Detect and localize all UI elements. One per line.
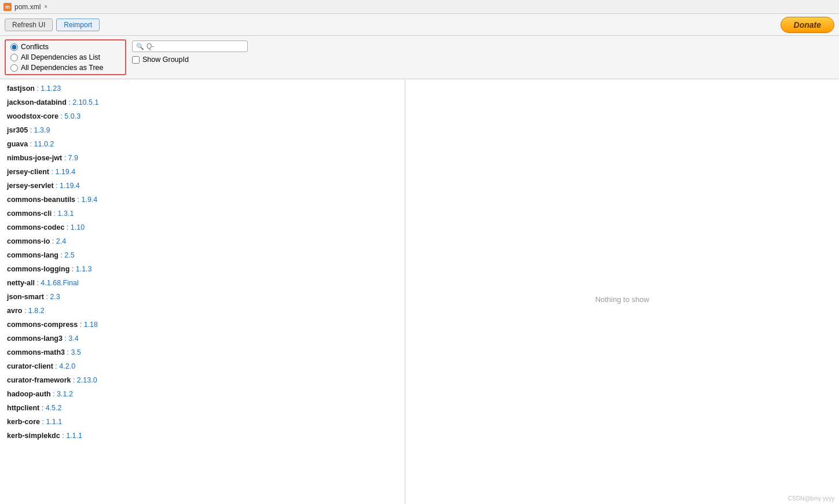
all-deps-list-radio-item[interactable]: All Dependencies as List [10, 53, 120, 61]
dep-version: : 3.1.2 [51, 390, 73, 398]
dep-version: : 2.5 [58, 251, 75, 259]
list-item[interactable]: kerb-simplekdc : 1.1.1 [0, 429, 405, 443]
dep-version: : 1.18 [78, 321, 98, 329]
list-item[interactable]: hadoop-auth : 3.1.2 [0, 387, 405, 401]
dep-name: jsr305 [7, 126, 28, 134]
list-item[interactable]: jsr305 : 1.3.9 [0, 123, 405, 137]
dep-name: commons-io [7, 237, 50, 245]
search-icon: 🔍 [136, 43, 144, 50]
donate-button[interactable]: Donate [781, 17, 834, 33]
list-item[interactable]: netty-all : 4.1.68.Final [0, 276, 405, 290]
list-item[interactable]: commons-beanutils : 1.9.4 [0, 193, 405, 207]
dep-name: commons-lang3 [7, 334, 63, 343]
dep-version: : 3.4 [63, 334, 79, 343]
dep-name: commons-logging [7, 265, 69, 273]
conflicts-radio-item[interactable]: Conflicts [10, 43, 120, 51]
dep-name: commons-codec [7, 223, 64, 231]
dep-name: json-smart [7, 293, 44, 301]
view-radio-group: Conflicts All Dependencies as List All D… [5, 39, 126, 75]
list-item[interactable]: curator-framework : 2.13.0 [0, 373, 405, 387]
dep-version: : 2.3 [44, 293, 60, 301]
conflicts-radio[interactable] [10, 43, 18, 51]
show-groupid-label: Show GroupId [142, 56, 189, 64]
all-deps-tree-radio-item[interactable]: All Dependencies as Tree [10, 64, 120, 72]
list-item[interactable]: commons-lang3 : 3.4 [0, 332, 405, 345]
dep-version: : 4.1.68.Final [35, 279, 79, 287]
title-bar: m pom.xml × [0, 0, 839, 14]
all-deps-tree-label: All Dependencies as Tree [21, 64, 103, 72]
list-item[interactable]: jersey-servlet : 1.19.4 [0, 179, 405, 193]
dep-version: : 4.2.0 [53, 362, 75, 370]
dep-name: curator-client [7, 362, 53, 370]
tab-close-icon[interactable]: × [44, 3, 47, 10]
dep-name: guava [7, 140, 28, 148]
dep-version: : 2.4 [50, 237, 66, 245]
dep-version: : 3.5 [65, 348, 81, 356]
dep-version: : 1.19.4 [49, 168, 75, 176]
list-item[interactable]: commons-codec : 1.10 [0, 220, 405, 234]
dep-version: : 1.3.9 [28, 126, 50, 134]
watermark: CSDN@bmy yyyy [788, 495, 834, 502]
dep-version: : 4.5.2 [39, 404, 61, 412]
dep-name: kerb-core [7, 418, 40, 426]
dep-name: netty-all [7, 279, 35, 287]
reimport-button[interactable]: Reimport [56, 19, 100, 31]
show-groupid-checkbox[interactable] [132, 56, 140, 64]
dep-name: commons-cli [7, 209, 52, 218]
search-box[interactable]: 🔍 [132, 41, 248, 52]
dep-name: fastjson [7, 84, 35, 93]
dep-version: : 1.3.1 [52, 209, 74, 218]
dep-name: curator-framework [7, 376, 71, 384]
dep-name: nimbus-jose-jwt [7, 154, 62, 162]
list-item[interactable]: woodstox-core : 5.0.3 [0, 109, 405, 123]
search-input[interactable] [146, 42, 244, 50]
dep-name: jersey-servlet [7, 182, 54, 190]
dep-version: : 2.13.0 [71, 376, 97, 384]
list-item[interactable]: httpclient : 4.5.2 [0, 401, 405, 415]
list-item[interactable]: jersey-client : 1.19.4 [0, 165, 405, 179]
list-item[interactable]: fastjson : 1.1.23 [0, 82, 405, 95]
nothing-to-show-text: Nothing to show [595, 295, 649, 304]
dep-name: kerb-simplekdc [7, 432, 60, 440]
list-item[interactable]: commons-logging : 1.1.3 [0, 262, 405, 276]
tab-filename[interactable]: pom.xml [14, 3, 41, 11]
list-item[interactable]: commons-compress : 1.18 [0, 318, 405, 332]
list-item[interactable]: commons-cli : 1.3.1 [0, 207, 405, 220]
search-and-filter: 🔍 Show GroupId [132, 39, 248, 64]
list-item[interactable]: jackson-databind : 2.10.5.1 [0, 95, 405, 109]
list-item[interactable]: json-smart : 2.3 [0, 290, 405, 304]
dep-name: avro [7, 307, 22, 315]
conflicts-label: Conflicts [21, 43, 49, 51]
refresh-ui-button[interactable]: Refresh UI [5, 19, 53, 31]
toolbar-left: Refresh UI Reimport [5, 19, 100, 31]
all-deps-list-radio[interactable] [10, 54, 18, 61]
list-item[interactable]: curator-client : 4.2.0 [0, 359, 405, 373]
main-content: fastjson : 1.1.23jackson-databind : 2.10… [0, 79, 839, 504]
dep-version: : 1.1.23 [35, 84, 61, 93]
dep-version: : 5.0.3 [58, 112, 80, 120]
dep-name: jackson-databind [7, 98, 67, 106]
dep-name: commons-beanutils [7, 196, 75, 204]
dep-version: : 7.9 [62, 154, 78, 162]
dep-version: : 1.8.2 [22, 307, 44, 315]
list-item[interactable]: nimbus-jose-jwt : 7.9 [0, 151, 405, 165]
list-item[interactable]: commons-math3 : 3.5 [0, 345, 405, 359]
list-item[interactable]: commons-lang : 2.5 [0, 248, 405, 262]
dep-name: httpclient [7, 404, 39, 412]
list-item[interactable]: commons-io : 2.4 [0, 234, 405, 248]
list-item[interactable]: guava : 11.0.2 [0, 137, 405, 151]
list-item[interactable]: kerb-core : 1.1.1 [0, 415, 405, 429]
dep-name: commons-math3 [7, 348, 65, 356]
dep-version: : 2.10.5.1 [67, 98, 99, 106]
dep-name: commons-lang [7, 251, 58, 259]
show-groupid-item[interactable]: Show GroupId [132, 56, 248, 64]
all-deps-list-label: All Dependencies as List [21, 53, 100, 61]
view-options-panel: Conflicts All Dependencies as List All D… [0, 36, 839, 79]
list-item[interactable]: avro : 1.8.2 [0, 304, 405, 318]
all-deps-tree-radio[interactable] [10, 64, 18, 72]
dep-version: : 1.9.4 [75, 196, 97, 204]
toolbar: Refresh UI Reimport Donate [0, 14, 839, 36]
app-icon: m [3, 3, 12, 11]
dependency-list[interactable]: fastjson : 1.1.23jackson-databind : 2.10… [0, 79, 405, 504]
dep-name: commons-compress [7, 321, 78, 329]
